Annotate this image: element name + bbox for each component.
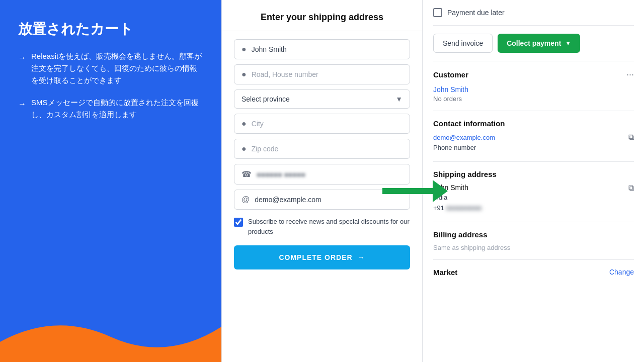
- bullet-arrow-1: →: [18, 51, 26, 64]
- province-select-row[interactable]: Select province ▼: [234, 89, 410, 109]
- phone-field-row[interactable]: ☎: [234, 164, 410, 185]
- contact-email-value[interactable]: demo@example.com: [433, 134, 495, 141]
- subscribe-label: Subscribe to receive news and special di…: [248, 217, 410, 236]
- bullet-arrow-2: →: [18, 98, 26, 111]
- market-section: Market Change: [433, 260, 634, 285]
- location-icon-zip: ●: [242, 144, 247, 153]
- shipping-address-header: Shipping address: [433, 170, 634, 178]
- shipping-section-title: Shipping address: [433, 170, 497, 178]
- phone-input[interactable]: [257, 170, 403, 178]
- contact-section-header: Contact information: [433, 119, 634, 128]
- contact-phone-value: Phone number: [433, 144, 476, 151]
- more-options-icon[interactable]: ···: [626, 69, 634, 80]
- shipping-phone-blurred: ●●●●●●●●●: [446, 204, 482, 212]
- at-icon: @: [242, 195, 250, 204]
- person-icon: ●: [242, 45, 247, 54]
- shipping-phone: +91 ●●●●●●●●●: [433, 203, 481, 214]
- copy-email-icon[interactable]: ⧉: [628, 133, 634, 142]
- city-input[interactable]: [252, 120, 403, 128]
- address-field-row[interactable]: ●: [234, 64, 410, 84]
- shipping-country: India: [433, 193, 481, 203]
- customer-orders: No orders: [433, 95, 634, 103]
- shipping-name: John Smith: [433, 184, 481, 192]
- subscribe-checkbox[interactable]: [234, 218, 243, 227]
- bullet-list: → Releasitを使えば、販売機会を逃しません。顧客が注文を完了しなくても、…: [18, 50, 203, 121]
- payment-due-checkbox[interactable]: [433, 8, 442, 17]
- payment-due-row: Payment due later: [433, 8, 634, 26]
- customer-name-link[interactable]: John Smith: [433, 85, 468, 94]
- shipping-form-panel: Enter your shipping address ● ● Select p…: [221, 0, 423, 362]
- billing-same-label: Same as shipping address: [433, 244, 634, 251]
- customer-section: Customer ··· John Smith No orders: [433, 61, 634, 111]
- subscribe-row[interactable]: Subscribe to receive news and special di…: [234, 215, 410, 238]
- chevron-down-icon: ▼: [565, 40, 571, 47]
- billing-address-header: Billing address: [433, 230, 634, 239]
- zip-input[interactable]: [252, 145, 403, 153]
- email-field-row[interactable]: @: [234, 190, 410, 210]
- chevron-down-icon: ▼: [395, 95, 403, 103]
- orange-wave-decoration: [0, 302, 221, 362]
- contact-email-row: demo@example.com ⧉: [433, 133, 634, 142]
- bullet-text-1: Releasitを使えば、販売機会を逃しません。顧客が注文を完了しなくても、回復…: [31, 50, 203, 86]
- complete-order-button[interactable]: COMPLETE ORDER →: [234, 245, 410, 269]
- email-input[interactable]: [255, 196, 403, 204]
- shipping-name-row: John Smith India +91 ●●●●●●●●● ⧉: [433, 184, 634, 214]
- customer-section-title: Customer: [433, 70, 468, 79]
- copy-address-icon[interactable]: ⧉: [628, 184, 634, 193]
- left-panel: 放置されたカート → Releasitを使えば、販売機会を逃しません。顧客が注文…: [0, 0, 221, 362]
- customer-section-header: Customer ···: [433, 69, 634, 80]
- market-change-link[interactable]: Change: [609, 268, 634, 276]
- location-icon: ●: [242, 70, 247, 79]
- billing-section-title: Billing address: [433, 230, 488, 239]
- bullet-text-2: SMSメッセージで自動的に放置された注文を回復し、カスタム割引を適用します: [31, 97, 203, 121]
- collect-payment-button[interactable]: Collect payment ▼: [498, 34, 580, 53]
- bullet-item-2: → SMSメッセージで自動的に放置された注文を回復し、カスタム割引を適用します: [18, 97, 203, 121]
- bullet-item-1: → Releasitを使えば、販売機会を逃しません。顧客が注文を完了しなくても、…: [18, 50, 203, 86]
- send-invoice-button[interactable]: Send invoice: [433, 34, 493, 53]
- market-title: Market: [433, 268, 457, 277]
- payment-due-label: Payment due later: [447, 9, 505, 17]
- contact-section-title: Contact information: [433, 119, 505, 128]
- collect-payment-label: Collect payment: [507, 39, 561, 47]
- right-panel: Payment due later Send invoice Collect p…: [423, 0, 644, 362]
- left-panel-title: 放置されたカート: [18, 20, 203, 38]
- contact-section: Contact information demo@example.com ⧉ P…: [433, 111, 634, 162]
- name-input[interactable]: [252, 45, 403, 53]
- form-title: Enter your shipping address: [222, 0, 422, 31]
- complete-order-label: COMPLETE ORDER: [279, 253, 352, 261]
- contact-phone-row: Phone number: [433, 144, 634, 151]
- action-buttons-row: Send invoice Collect payment ▼: [433, 26, 634, 61]
- name-field-row[interactable]: ●: [234, 39, 410, 59]
- province-select[interactable]: Select province: [242, 95, 395, 103]
- phone-icon: ☎: [242, 169, 252, 179]
- zip-field-row[interactable]: ●: [234, 139, 410, 159]
- billing-address-section: Billing address Same as shipping address: [433, 222, 634, 260]
- shipping-address-section: Shipping address John Smith India +91 ●●…: [433, 162, 634, 222]
- address-input[interactable]: [252, 70, 403, 78]
- shipping-address-details: John Smith India +91 ●●●●●●●●●: [433, 184, 481, 214]
- location-icon-city: ●: [242, 119, 247, 128]
- form-body: ● ● Select province ▼ ● ● ☎: [222, 31, 422, 278]
- arrow-right-icon: →: [358, 253, 365, 261]
- city-field-row[interactable]: ●: [234, 114, 410, 134]
